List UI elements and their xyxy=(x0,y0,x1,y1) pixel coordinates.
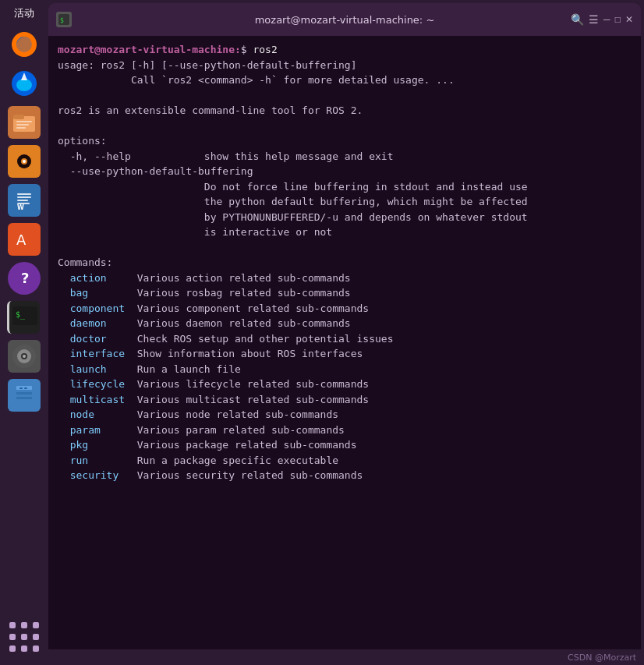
term-line xyxy=(58,88,632,104)
grid-dot xyxy=(9,634,16,640)
sidebar-icon-thunderbird[interactable] xyxy=(8,67,41,100)
close-icon: ✕ xyxy=(625,14,633,25)
term-line-run: run Run a package specific executable xyxy=(58,453,632,469)
sidebar-icon-terminal[interactable]: $_ xyxy=(7,301,40,334)
sidebar-icon-archive[interactable] xyxy=(8,379,41,412)
term-line-multicast: multicast Various multicast related sub-… xyxy=(58,392,632,408)
grid-dot xyxy=(33,622,39,628)
term-line: Commands: xyxy=(58,255,632,271)
term-line-action: action Various action related sub-comman… xyxy=(58,271,632,286)
term-line-lifecycle: lifecycle Various lifecycle related sub-… xyxy=(58,377,632,392)
terminal-content[interactable]: mozart@mozart-virtual-machine:$ ros2 usa… xyxy=(48,36,641,649)
grid-dot xyxy=(33,634,39,640)
sidebar-icon-files[interactable] xyxy=(8,106,41,139)
term-line: -h, --help show this help message and ex… xyxy=(58,149,632,164)
minimize-button[interactable]: ─ xyxy=(603,10,610,29)
svg-rect-8 xyxy=(16,124,29,126)
grid-dot xyxy=(33,646,39,652)
titlebar-app-icon: $ xyxy=(56,12,72,27)
term-line-bag: bag Various rosbag related sub-commands xyxy=(58,285,632,301)
term-line-component: component Various component related sub-… xyxy=(58,301,632,317)
grid-dot xyxy=(9,622,16,628)
svg-text:$_: $_ xyxy=(16,310,26,320)
maximize-button[interactable]: □ xyxy=(615,10,621,29)
term-line-launch: launch Run a launch file xyxy=(58,362,632,377)
close-button[interactable]: ✕ xyxy=(625,10,633,29)
svg-text:W: W xyxy=(17,204,24,211)
command-text: ros2 xyxy=(253,44,277,55)
term-line: Do not force line buffering in stdout an… xyxy=(58,179,632,195)
term-line: the python default buffering, which migh… xyxy=(58,194,632,210)
search-button[interactable]: 🔍 xyxy=(571,10,584,29)
sidebar-icon-rhythmbox[interactable] xyxy=(8,145,41,178)
svg-rect-17 xyxy=(17,200,28,201)
term-line: usage: ros2 [-h] [--use-python-default-b… xyxy=(58,58,632,73)
prompt-user: mozart@mozart-virtual-machine: xyxy=(58,44,241,55)
grid-dot xyxy=(21,634,27,640)
svg-point-13 xyxy=(23,160,26,163)
term-line-node: node Various node related sub-commands xyxy=(58,407,632,423)
hamburger-icon: ☰ xyxy=(589,13,599,26)
terminal-small-icon: $ xyxy=(58,14,69,25)
svg-rect-6 xyxy=(13,115,24,119)
menu-button[interactable]: ☰ xyxy=(589,10,599,29)
term-line: Call `ros2 <command> -h` for more detail… xyxy=(58,73,632,88)
svg-text:A: A xyxy=(16,232,27,248)
term-line xyxy=(58,240,632,256)
term-line: --use-python-default-buffering xyxy=(58,164,632,179)
sidebar-icon-firefox[interactable] xyxy=(8,28,41,61)
titlebar-controls: 🔍 ☰ ─ □ ✕ xyxy=(571,10,633,29)
minimize-icon: ─ xyxy=(603,14,610,25)
term-line-daemon: daemon Various daemon related sub-comman… xyxy=(58,316,632,331)
term-line: is interactive or not xyxy=(58,225,632,240)
term-line xyxy=(58,118,632,134)
titlebar: $ mozart@mozart-virtual-machine: ~ 🔍 ☰ ─… xyxy=(48,3,641,36)
sidebar-icon-appcenter[interactable]: A xyxy=(8,223,41,256)
svg-rect-31 xyxy=(16,386,32,390)
grid-dot xyxy=(9,646,16,652)
svg-text:?: ? xyxy=(21,270,29,286)
svg-rect-15 xyxy=(17,193,31,195)
grid-dot xyxy=(21,622,27,628)
terminal-window: $ mozart@mozart-virtual-machine: ~ 🔍 ☰ ─… xyxy=(48,3,641,649)
svg-rect-33 xyxy=(24,387,27,389)
prompt-line: mozart@mozart-virtual-machine:$ ros2 xyxy=(58,42,632,58)
term-line-doctor: doctor Check ROS setup and other potenti… xyxy=(58,331,632,347)
bottom-label: CSDN @Morzart xyxy=(568,653,636,663)
maximize-icon: □ xyxy=(615,14,621,25)
sidebar-icon-cd[interactable] xyxy=(8,340,41,373)
main-area: $ mozart@mozart-virtual-machine: ~ 🔍 ☰ ─… xyxy=(48,0,644,665)
svg-rect-32 xyxy=(19,387,23,389)
svg-rect-7 xyxy=(16,121,32,122)
svg-rect-34 xyxy=(16,392,32,394)
sidebar-icon-writer[interactable]: W xyxy=(8,184,41,217)
app-grid-button[interactable] xyxy=(8,621,41,653)
svg-text:$: $ xyxy=(60,17,64,24)
titlebar-title: mozart@mozart-virtual-machine: ~ xyxy=(119,14,571,26)
bottom-bar: CSDN @Morzart xyxy=(48,649,644,665)
term-line-param: param Various param related sub-commands xyxy=(58,423,632,438)
term-line-security: security Various security related sub-co… xyxy=(58,468,632,483)
svg-rect-9 xyxy=(16,127,26,129)
svg-point-29 xyxy=(23,355,26,358)
grid-dot xyxy=(21,646,27,652)
activities-label[interactable]: 活动 xyxy=(0,0,48,25)
sidebar: 活动 xyxy=(0,0,48,665)
sidebar-icon-help[interactable]: ? xyxy=(8,262,41,295)
prompt-dollar: $ xyxy=(241,44,253,55)
titlebar-left: $ xyxy=(56,12,119,27)
term-line: by PYTHONUNBUFFERED/-u and depends on wh… xyxy=(58,210,632,225)
svg-rect-16 xyxy=(17,196,31,198)
term-line-interface: interface Show information about ROS int… xyxy=(58,346,632,362)
search-icon: 🔍 xyxy=(571,13,584,26)
term-line-pkg: pkg Various package related sub-commands xyxy=(58,437,632,453)
term-line: ros2 is an extensible command-line tool … xyxy=(58,103,632,118)
term-line: options: xyxy=(58,133,632,149)
svg-rect-35 xyxy=(16,397,32,399)
svg-point-3 xyxy=(16,79,32,91)
